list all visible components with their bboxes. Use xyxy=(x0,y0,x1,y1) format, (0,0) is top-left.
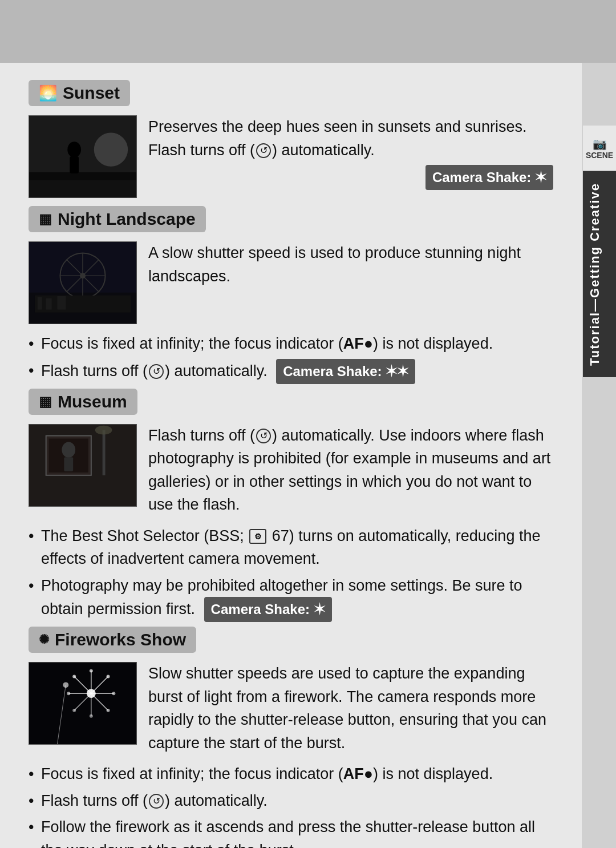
svg-rect-24 xyxy=(29,663,136,744)
svg-point-2 xyxy=(94,132,128,166)
svg-point-34 xyxy=(90,669,93,673)
night-landscape-description: A slow shutter speed is used to produce … xyxy=(148,241,553,324)
svg-point-40 xyxy=(67,692,70,695)
side-tab-vertical-label: Tutorial—Getting Creative xyxy=(583,171,616,377)
sunset-section: 🌅 Sunset Preserves the deep h xyxy=(29,80,553,198)
fireworks-title: Fireworks Show xyxy=(55,630,186,649)
fireworks-row: Slow shutter speeds are used to capture … xyxy=(29,662,553,754)
sunset-camera-shake: Camera Shake: ✶ xyxy=(425,165,553,190)
museum-title: Museum xyxy=(58,392,127,411)
fireworks-bullets: Focus is fixed at infinity; the focus in… xyxy=(29,762,553,848)
svg-rect-4 xyxy=(70,156,79,173)
side-tab-top: 📷 SCENE xyxy=(583,126,616,171)
sunset-description: Preserves the deep hues seen in sunsets … xyxy=(148,115,553,198)
night-landscape-row: A slow shutter speed is used to produce … xyxy=(29,241,553,324)
svg-rect-15 xyxy=(46,298,52,310)
museum-icon: ▦ xyxy=(39,394,52,410)
svg-point-37 xyxy=(107,709,110,712)
svg-point-39 xyxy=(72,709,76,712)
svg-rect-14 xyxy=(38,297,42,310)
svg-rect-16 xyxy=(57,296,66,310)
svg-point-43 xyxy=(63,682,68,688)
sunset-icon: 🌅 xyxy=(39,84,57,102)
fireworks-label: ✺ Fireworks Show xyxy=(29,627,196,653)
night-landscape-section: ▦ Night Landscape xyxy=(29,206,553,384)
night-landscape-icon: ▦ xyxy=(39,211,52,227)
fireworks-bullet-3: Follow the firework as it ascends and pr… xyxy=(29,815,553,848)
flash-icon-museum: ↺ xyxy=(256,429,271,443)
svg-rect-1 xyxy=(29,172,136,198)
museum-bullet-1: The Best Shot Selector (BSS; ⚙ 67) turns… xyxy=(29,524,553,571)
svg-point-38 xyxy=(90,714,93,718)
scene-icon: 📷 xyxy=(593,137,607,151)
sunset-label: 🌅 Sunset xyxy=(29,80,130,106)
bss-icon: ⚙ xyxy=(249,529,266,544)
side-tab: 📷 SCENE Tutorial—Getting Creative xyxy=(583,126,616,377)
museum-image xyxy=(29,424,137,507)
night-landscape-bullet-2: Flash turns off (↺) automatically. Camer… xyxy=(29,359,553,384)
museum-row: Flash turns off (↺) automatically. Use i… xyxy=(29,424,553,516)
top-gray-bar xyxy=(0,0,616,63)
svg-rect-22 xyxy=(103,430,106,475)
sunset-image xyxy=(29,115,137,198)
night-landscape-image xyxy=(29,241,137,324)
museum-bullet-2: Photography may be prohibited altogether… xyxy=(29,574,553,623)
night-landscape-bullet-1: Focus is fixed at infinity; the focus in… xyxy=(29,332,553,356)
fireworks-section: ✺ Fireworks Show xyxy=(29,627,553,848)
night-landscape-bullets: Focus is fixed at infinity; the focus in… xyxy=(29,332,553,384)
main-content: 🌅 Sunset Preserves the deep h xyxy=(0,63,582,848)
svg-rect-21 xyxy=(64,457,73,471)
museum-description: Flash turns off (↺) automatically. Use i… xyxy=(148,424,553,516)
svg-point-41 xyxy=(72,675,76,679)
svg-point-36 xyxy=(112,692,115,695)
fireworks-icon: ✺ xyxy=(39,632,49,647)
fireworks-image xyxy=(29,662,137,745)
svg-point-35 xyxy=(107,675,110,679)
night-landscape-title: Night Landscape xyxy=(58,209,196,229)
sunset-title: Sunset xyxy=(63,83,120,103)
sunset-row: Preserves the deep hues seen in sunsets … xyxy=(29,115,553,198)
fireworks-bullet-2: Flash turns off (↺) automatically. xyxy=(29,789,553,813)
fireworks-bullet-1: Focus is fixed at infinity; the focus in… xyxy=(29,762,553,786)
fireworks-description: Slow shutter speeds are used to capture … xyxy=(148,662,553,754)
svg-point-3 xyxy=(67,142,81,158)
flash-icon-fireworks: ↺ xyxy=(149,794,164,809)
scene-label: SCENE xyxy=(586,151,613,160)
museum-label: ▦ Museum xyxy=(29,389,137,415)
museum-camera-shake: Camera Shake: ✶ xyxy=(204,597,332,622)
museum-section: ▦ Museum xyxy=(29,389,553,623)
flash-icon-night: ↺ xyxy=(149,364,164,379)
svg-point-20 xyxy=(62,442,75,458)
svg-point-23 xyxy=(95,425,112,434)
museum-bullets: The Best Shot Selector (BSS; ⚙ 67) turns… xyxy=(29,524,553,623)
night-landscape-label: ▦ Night Landscape xyxy=(29,206,206,232)
night-landscape-camera-shake: Camera Shake: ✶✶ xyxy=(276,359,415,384)
flash-icon-sunset: ↺ xyxy=(256,143,271,158)
